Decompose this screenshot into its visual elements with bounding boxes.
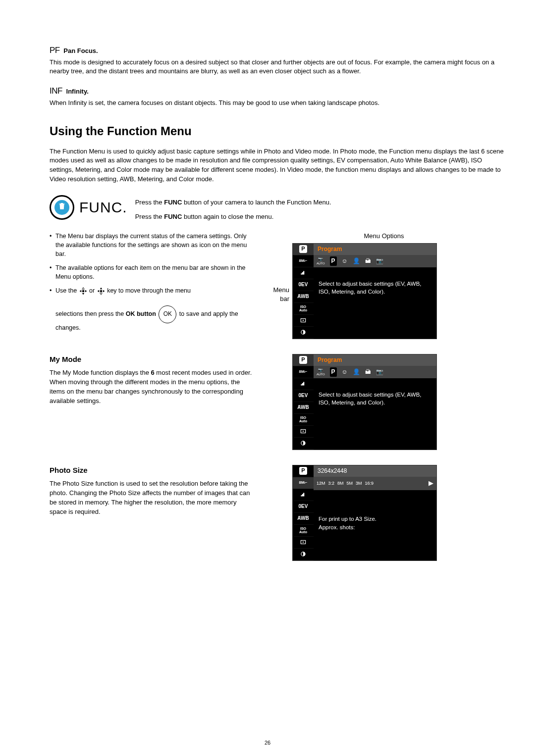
- s2-smile-icon: ☺: [342, 368, 348, 376]
- b4b: OK button: [126, 310, 156, 317]
- camera-screen-2: P 8M⌐ 0EV AWB ISOAuto Program 📷AUTO P ☺: [292, 354, 437, 450]
- sb3-awb: AWB: [293, 513, 314, 525]
- sb2-iso: ISOAuto: [293, 414, 314, 426]
- camera-screen-3: P 8M⌐ 0EV AWB ISOAuto 3264x2448 12M 3:2 …: [292, 465, 437, 561]
- mymode-b: 6: [151, 369, 155, 376]
- bullet-2: The available options for each item on t…: [50, 263, 253, 281]
- sb3-program: P: [293, 465, 314, 477]
- s2-portrait-icon: 👤: [353, 368, 360, 376]
- sb2-metering: [293, 426, 314, 438]
- bullet-1: The Menu bar displays the current status…: [50, 232, 253, 258]
- func-line2a: Press the: [135, 213, 164, 220]
- svg-point-9: [303, 542, 304, 543]
- func-line1b: FUNC: [164, 199, 182, 206]
- ps-hint1: For print up to A3 Size.: [319, 515, 431, 523]
- ps-opt-5: 16:9: [365, 480, 374, 487]
- fourway-left-icon: [79, 287, 88, 296]
- smile-mode-icon: ☺: [342, 257, 348, 265]
- sb2-size: 8M⌐: [293, 366, 314, 378]
- svg-point-0: [82, 290, 84, 293]
- screen2-title: Program: [318, 356, 342, 364]
- screen-hint: Select to adjust basic settings (EV, AWB…: [314, 267, 436, 338]
- sidebar-program: P: [293, 244, 314, 255]
- night-mode-icon: 📷: [376, 257, 383, 265]
- screen-title-bar: Program: [314, 244, 436, 255]
- instruction-bullets: The Menu bar displays the current status…: [50, 232, 253, 332]
- ps-opt-4: 3M: [356, 480, 362, 487]
- ps-opt-0: 12M: [317, 480, 325, 487]
- svg-point-6: [303, 431, 304, 432]
- svg-point-3: [303, 320, 304, 321]
- infinity-section: INF Infinity. When Infinity is set, the …: [50, 85, 505, 107]
- landscape-mode-icon: 🏔: [365, 257, 371, 265]
- pf-prefix: PF: [50, 46, 60, 55]
- sb2-color: [293, 438, 314, 450]
- mymode-body: The My Mode function displays the 6 most…: [50, 368, 253, 405]
- ps-hint2: Approx. shots:: [319, 523, 431, 532]
- sb2-quality: [293, 378, 314, 390]
- pf-title: Pan Focus.: [63, 47, 98, 54]
- sidebar-iso: ISOAuto: [293, 303, 314, 315]
- ps-opt-2: 8M: [337, 480, 344, 487]
- sb3-iso: ISOAuto: [293, 525, 314, 537]
- inf-title: Infinity.: [66, 88, 89, 95]
- func-label: FUNC.: [79, 197, 127, 218]
- camera-screen-1: P 8M⌐ 0EV AWB ISOAuto Program: [292, 243, 437, 339]
- auto-mode-icon: 📷AUTO: [317, 257, 325, 265]
- sidebar-size: 8M⌐: [293, 255, 314, 267]
- sidebar-ev: 0EV: [293, 279, 314, 291]
- pf-body: This mode is designed to accurately focu…: [50, 58, 505, 77]
- s2-landscape-icon: 🏔: [365, 368, 371, 376]
- s2-auto-icon: 📷AUTO: [317, 368, 325, 376]
- sb3-quality: [293, 489, 314, 501]
- func-line1c: button of your camera to launch the Func…: [182, 199, 331, 206]
- page-number: 26: [0, 739, 535, 747]
- func-line1a: Press the: [135, 199, 164, 206]
- screen-title-text: Program: [318, 245, 342, 253]
- mymode-heading: My Mode: [50, 354, 253, 365]
- s2-p-icon: P: [330, 367, 337, 377]
- screen2-modes-row: 📷AUTO P ☺ 👤 🏔 📷: [314, 366, 436, 378]
- photosize-body: The Photo Size function is used to set t…: [50, 479, 253, 516]
- photosize-options-row: 12M 3:2 8M 5M 3M 16:9 ▶: [314, 477, 436, 490]
- func-instructions: Press the FUNC button of your camera to …: [135, 195, 331, 227]
- b3c: key to move through the menu: [107, 287, 191, 294]
- sb2-ev: 0EV: [293, 390, 314, 402]
- inf-body: When Infinity is set, the camera focuses…: [50, 99, 505, 108]
- inf-prefix: INF: [50, 86, 62, 96]
- ok-button-icon: OK: [159, 305, 176, 323]
- b3a: Use the: [55, 287, 79, 294]
- sb3-ev: 0EV: [293, 501, 314, 513]
- trash-icon: [57, 202, 66, 213]
- bullet-3: Use the or key to move through the menu …: [50, 286, 253, 332]
- sb2-program: P: [293, 354, 314, 366]
- b4a: selections then press the: [55, 310, 126, 317]
- scroll-right-icon: ▶: [428, 479, 433, 488]
- sidebar-quality: [293, 267, 314, 279]
- screen3-hints: For print up to A3 Size. Approx. shots:: [314, 490, 436, 536]
- sb3-metering: [293, 537, 314, 549]
- menu-options-label: Menu Options: [263, 232, 505, 241]
- p-mode-icon: P: [330, 256, 337, 266]
- sb2-awb: AWB: [293, 402, 314, 414]
- screen2-hint: Select to adjust basic settings (EV, AWB…: [314, 378, 436, 449]
- screen-sidebar: P 8M⌐ 0EV AWB ISOAuto: [293, 244, 314, 339]
- sb3-size: 8M⌐: [293, 477, 314, 489]
- menu-bar-label: Menu bar: [263, 243, 292, 339]
- sidebar-color: [293, 327, 314, 339]
- pan-focus-section: PF Pan Focus. This mode is designed to a…: [50, 45, 505, 76]
- screen3-title: 3264x2448: [318, 467, 347, 475]
- sidebar-metering: [293, 315, 314, 327]
- intro-paragraph: The Function Menu is used to quickly adj…: [50, 147, 505, 184]
- func-line2c: button again to close the menu.: [182, 213, 273, 220]
- sb3-color: [293, 549, 314, 560]
- ps-opt-1: 3:2: [328, 480, 335, 487]
- svg-point-1: [100, 290, 102, 293]
- section-heading: Using the Function Menu: [50, 123, 505, 140]
- photosize-heading: Photo Size: [50, 465, 253, 476]
- portrait-mode-icon: 👤: [353, 257, 360, 265]
- func-line2b: FUNC: [164, 213, 182, 220]
- ps-opt-3: 5M: [347, 480, 353, 487]
- func-button-illustration: [50, 195, 74, 220]
- s2-night-icon: 📷: [376, 368, 383, 376]
